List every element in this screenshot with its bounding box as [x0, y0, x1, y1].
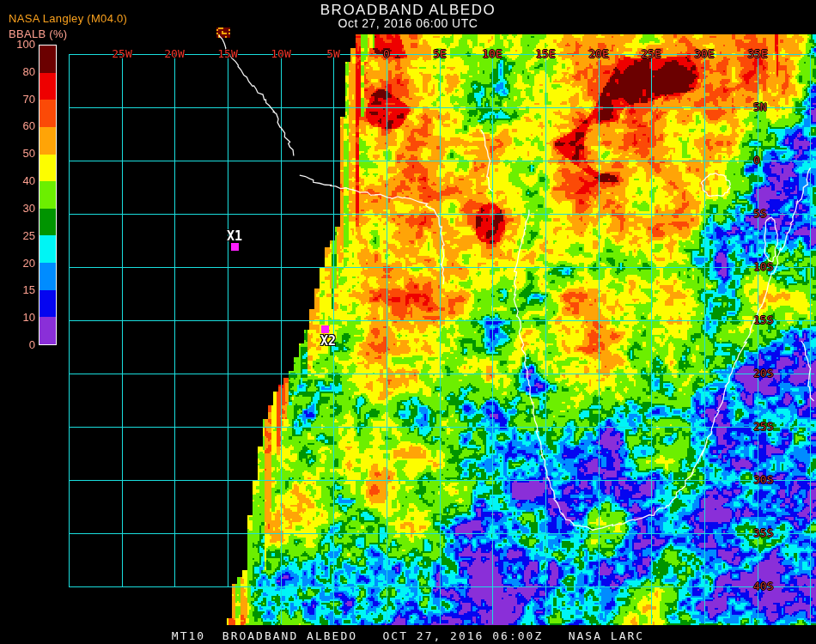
colorbar-tick: 20 [0, 258, 35, 270]
lon-label: 20W [157, 48, 192, 59]
lat-label: 20S [753, 368, 773, 379]
marker-square-x2 [321, 325, 329, 333]
colorbar-tick: 80 [0, 66, 35, 78]
lon-label: 5E [423, 48, 457, 59]
lat-label: 5N [753, 101, 767, 112]
lon-label: 15W [210, 48, 245, 59]
albedo-plot-page: BROADBAND ALBEDO Oct 27, 2016 06:00 UTC … [0, 0, 816, 644]
colorbar-segment [40, 73, 56, 100]
lon-label: 5W [316, 48, 350, 59]
lon-label: 10E [475, 48, 509, 59]
colorbar-tick: 15 [0, 284, 35, 296]
colorbar-tick: 70 [0, 94, 35, 106]
colorbar-tick: 10 [0, 312, 35, 324]
colorbar-tick: 30 [0, 203, 35, 215]
marker-square-x1 [231, 243, 239, 251]
credit-label: NASA Langley (M04.0) [9, 12, 127, 25]
colorbar-segment [40, 209, 56, 236]
colorbar-tick: 50 [0, 148, 35, 160]
lat-label: 5S [753, 208, 767, 219]
colorbar-segment [40, 263, 56, 290]
footer-caption: MT10 BROADBAND ALBEDO OCT 27, 2016 06:00… [0, 629, 816, 642]
colorbar-segment [40, 235, 56, 263]
lon-label: 0 [369, 48, 404, 59]
lon-label: 30E [687, 48, 722, 59]
lon-label: 25W [105, 48, 139, 59]
marker-label-x1: X1 [227, 230, 242, 243]
lat-label: 30S [753, 474, 773, 485]
marker-label-x2: X2 [320, 335, 336, 348]
lat-label: 25S [753, 421, 773, 432]
colorbar-segment [40, 127, 56, 155]
colorbar-segment [40, 317, 56, 344]
lat-label: 40S [753, 580, 773, 592]
lon-label: 35E [740, 48, 775, 59]
lon-label: 20E [582, 48, 616, 59]
colorbar [39, 45, 57, 345]
colorbar-segment [40, 155, 56, 182]
colorbar-tick: 100 [0, 39, 35, 51]
lat-label: 15S [753, 314, 773, 325]
lat-label: 10S [753, 261, 773, 272]
lon-label: 10W [264, 48, 298, 59]
colorbar-segment [40, 100, 56, 127]
lat-label: 35S [753, 527, 773, 538]
colorbar-tick: 0 [0, 339, 35, 351]
lat-label: 0 [753, 155, 760, 166]
lon-label: 15E [528, 48, 563, 59]
colorbar-tick: 60 [0, 120, 35, 132]
colorbar-segment [40, 46, 56, 73]
colorbar-segment [40, 181, 56, 209]
lon-label: 25E [634, 48, 668, 59]
colorbar-tick: 25 [0, 230, 35, 242]
colorbar-tick: 40 [0, 175, 35, 187]
colorbar-segment [40, 290, 56, 318]
albedo-map-canvas [0, 0, 816, 644]
